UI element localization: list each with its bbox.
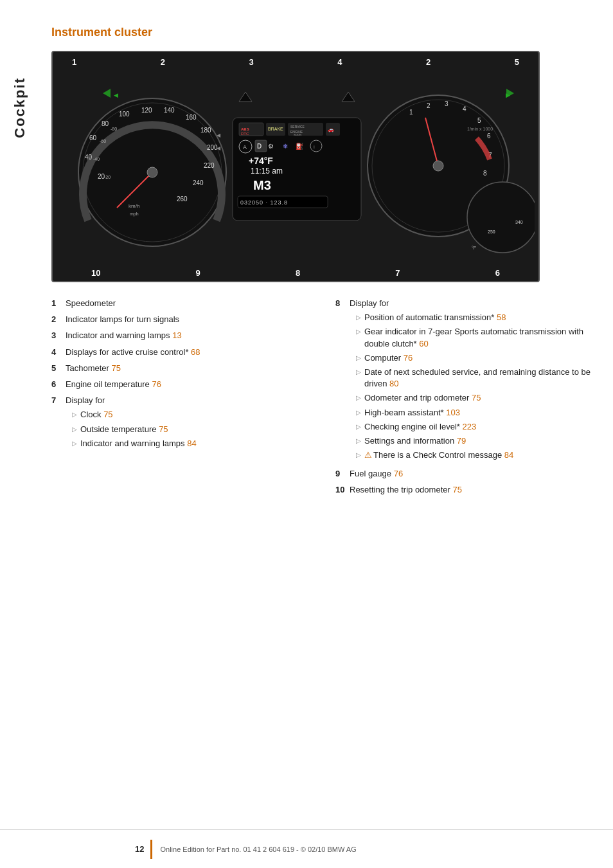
sub-item-7-1: ▷ Clock 75 [72, 409, 310, 420]
desc-num-9: 9 [335, 468, 350, 480]
sub-arrow-7-3: ▷ [72, 439, 77, 448]
desc-text-5: Tachometer 75 [66, 363, 310, 374]
svg-text:❄: ❄ [283, 143, 288, 150]
sub-arrow-8-1: ▷ [356, 313, 361, 322]
svg-text:D: D [257, 143, 262, 150]
sub-link-7-3[interactable]: 84 [187, 439, 196, 448]
desc-text-9: Fuel gauge 76 [350, 468, 594, 480]
svg-point-63 [467, 182, 535, 253]
desc-num-1: 1 [51, 298, 66, 309]
cluster-illustration: 20 40 60 80 100 120 140 160 180 200 220 … [59, 66, 535, 266]
desc-num-7: 7 [51, 395, 66, 406]
sub-items-8: ▷ Position of automatic transmission* 58… [356, 312, 594, 461]
desc-text-2: Indicator lamps for turn signals [66, 314, 310, 325]
svg-point-62 [433, 161, 443, 171]
svg-text:8: 8 [483, 170, 487, 177]
desc-num-3: 3 [51, 330, 66, 341]
sub-text-8-9: ⚠There is a Check Control message 84 [364, 449, 513, 461]
svg-text:3: 3 [445, 100, 449, 107]
sub-link-8-4[interactable]: 80 [389, 379, 398, 388]
sidebar-label: Cockpit [12, 77, 28, 138]
desc-text-10: Resetting the trip odometer 75 [350, 484, 594, 496]
footer-text: Online Edition for Part no. 01 41 2 604 … [160, 845, 356, 853]
sub-arrow-8-3: ▷ [356, 354, 361, 363]
sub-link-8-9[interactable]: 84 [504, 450, 513, 460]
page-number: 12 [135, 844, 144, 854]
sub-arrow-8-7: ▷ [356, 422, 361, 431]
sub-arrow-8-2: ▷ [356, 327, 361, 336]
svg-text:BRAKE: BRAKE [268, 127, 283, 131]
sub-text-7-2: Outside temperature 75 [80, 424, 168, 435]
cluster-top-num-3: 3 [249, 57, 254, 67]
right-description-col: 8 Display for ▷ Position of automatic tr… [335, 298, 594, 501]
desc-item-1: 1 Speedometer [51, 298, 310, 309]
svg-text:-20: -20 [104, 175, 111, 179]
svg-text:140: 140 [164, 107, 175, 114]
desc-link-5[interactable]: 75 [112, 363, 121, 373]
cluster-bot-num-7: 7 [395, 268, 400, 278]
svg-text:160: 160 [186, 114, 197, 121]
svg-text:-80: -80 [111, 127, 117, 131]
desc-text-6: Engine oil temperature 76 [66, 379, 310, 390]
svg-text:032050 · 123.8: 032050 · 123.8 [240, 199, 288, 206]
sub-text-8-2: Gear indicator in 7-gear Sports automati… [364, 326, 594, 349]
svg-text:ABS: ABS [241, 127, 249, 131]
sub-text-7-1: Clock 75 [80, 409, 113, 420]
sub-link-8-5[interactable]: 75 [472, 393, 481, 402]
desc-item-6: 6 Engine oil temperature 76 [51, 379, 310, 390]
svg-point-23 [147, 167, 157, 177]
sub-link-8-2[interactable]: 60 [419, 339, 428, 348]
desc-text-7: Display for ▷ Clock 75 ▷ Outside tempera… [66, 395, 310, 452]
svg-text:260: 260 [177, 195, 188, 203]
sub-arrow-7-1: ▷ [72, 410, 77, 419]
desc-num-10: 10 [335, 484, 350, 496]
sub-text-8-8: Settings and information 79 [364, 435, 466, 447]
svg-text:⚙: ⚙ [268, 143, 274, 150]
desc-link-4[interactable]: 68 [191, 347, 200, 357]
desc-text-3: Indicator and warning lamps 13 [66, 330, 310, 341]
sub-items-7: ▷ Clock 75 ▷ Outside temperature 75 ▷ In… [72, 409, 310, 449]
desc-num-5: 5 [51, 363, 66, 374]
cluster-top-num-2a: 2 [161, 57, 165, 67]
description-columns: 1 Speedometer 2 Indicator lamps for turn… [51, 298, 594, 501]
cluster-top-num-4: 4 [337, 57, 342, 67]
desc-link-3[interactable]: 13 [172, 330, 181, 340]
sub-link-8-6[interactable]: 103 [446, 408, 460, 417]
svg-text:◀: ◀ [217, 132, 221, 138]
svg-text:+74°F: +74°F [249, 156, 273, 166]
svg-text:40: 40 [85, 154, 93, 161]
sub-link-8-8[interactable]: 79 [457, 436, 466, 446]
sub-item-7-2: ▷ Outside temperature 75 [72, 424, 310, 435]
sub-link-7-1[interactable]: 75 [103, 410, 112, 419]
sub-item-8-9: ▷ ⚠There is a Check Control message 84 [356, 449, 594, 461]
desc-num-6: 6 [51, 379, 66, 390]
cluster-bot-num-8: 8 [296, 268, 300, 278]
svg-text:2: 2 [427, 102, 431, 109]
sub-arrow-8-9: ▷ [356, 451, 361, 460]
desc-item-3: 3 Indicator and warning lamps 13 [51, 330, 310, 341]
sub-arrow-8-5: ▷ [356, 393, 361, 402]
svg-text:220: 220 [204, 162, 215, 169]
warning-triangle-icon: ⚠ [364, 450, 372, 460]
sub-link-7-2[interactable]: 75 [159, 424, 168, 434]
sub-text-8-4: Date of next scheduled service, and rema… [364, 366, 594, 390]
footer-divider [150, 840, 152, 859]
sub-text-8-1: Position of automatic transmission* 58 [364, 312, 506, 323]
svg-text:SOON: SOON [294, 133, 301, 136]
desc-link-10[interactable]: 75 [452, 485, 461, 494]
sub-link-8-7[interactable]: 223 [462, 422, 476, 431]
svg-text:◀: ◀ [114, 92, 118, 98]
sub-link-8-1[interactable]: 58 [497, 312, 506, 322]
sub-text-7-3: Indicator and warning lamps 84 [80, 438, 197, 449]
sub-item-8-2: ▷ Gear indicator in 7-gear Sports automa… [356, 326, 594, 349]
cluster-bot-num-10: 10 [91, 268, 100, 278]
svg-text:240: 240 [193, 179, 204, 186]
sub-link-8-3[interactable]: 76 [404, 353, 413, 363]
svg-text:340: 340 [515, 220, 523, 224]
desc-link-6[interactable]: 76 [152, 379, 161, 389]
cluster-image: 1 2 3 4 2 5 20 40 60 80 [51, 51, 540, 282]
desc-item-2: 2 Indicator lamps for turn signals [51, 314, 310, 325]
sub-item-8-8: ▷ Settings and information 79 [356, 435, 594, 447]
desc-link-9[interactable]: 76 [394, 469, 403, 478]
svg-text:1: 1 [409, 109, 413, 116]
